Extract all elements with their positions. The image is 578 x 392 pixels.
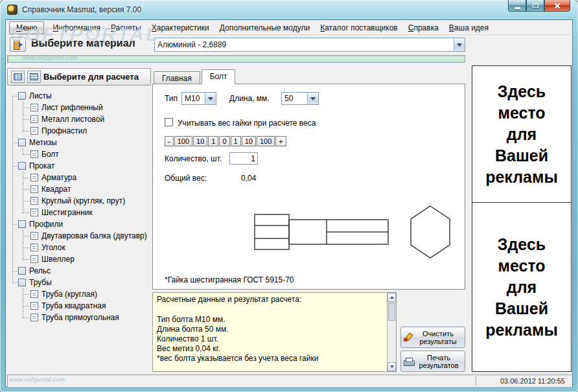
tab-strip: Главная Болт [154,69,237,84]
tree-item[interactable]: Труба (круглая) [8,288,151,300]
stepper-plus-10-button[interactable]: 10 [242,136,256,146]
chevron-down-icon [457,43,462,47]
chevron-down-icon [208,97,213,100]
tree-item-pipes[interactable]: Трубы [8,277,151,288]
quantity-input[interactable] [229,152,258,165]
stepper-zero-button[interactable]: 0 [219,136,229,146]
stepper-minus-10-button[interactable]: 10 [193,136,207,146]
tree-item-label: Двутавровая балка (двутавр) [41,231,147,240]
menu-item-your-idea[interactable]: Ваша идея [444,21,494,34]
list-icon[interactable] [27,71,41,83]
category-icon [18,220,26,228]
minimize-button[interactable] [508,0,526,12]
results-box[interactable]: Расчетные данные и результат расчета: Ти… [152,292,397,372]
tree-item[interactable]: Арматура [8,172,151,183]
tree-item-label: Металл листовой [41,115,104,124]
ad-panel: Здесь место для Вашей рекламы Здесь мест… [472,65,572,372]
document-icon [30,302,38,310]
scroll-up-button[interactable] [387,293,396,302]
category-icon [18,162,26,170]
drawing-icon[interactable] [11,71,25,83]
ad-placeholder-bottom: Здесь место для Вашей рекламы [472,203,571,371]
stepper-plus-100-button[interactable]: 100 [257,136,275,146]
menu-item-characteristics[interactable]: Характеристики [146,21,214,34]
tab-main[interactable]: Главная [154,71,200,84]
results-line: *вес болта указывается без учета веса га… [157,354,384,363]
clear-results-button[interactable]: Очистить результаты [400,327,465,348]
tree-item-label: Квадрат [41,185,71,194]
tree-item[interactable]: Металл листовой [8,113,151,125]
stepper-minus-100-button[interactable]: 100 [174,136,192,146]
menu-item-menu[interactable]: Меню [9,21,44,34]
title-bar[interactable]: Справочник Masmat, версия 7.00 [0,0,578,19]
menu-item-information[interactable]: Информация [47,21,105,34]
tree-item[interactable]: Лист рифленный [8,102,151,113]
tree-item[interactable]: Труба квадратная [8,300,151,312]
tree-item[interactable]: Уголок [8,242,151,253]
ad-line: рекламы [485,167,558,188]
tree-item-profiles[interactable]: Профили [8,218,151,230]
scrollbar-thumb[interactable] [388,303,395,321]
menu-item-calculations[interactable]: Расчеты [106,21,146,34]
print-results-button[interactable]: Печать результатов [400,351,465,372]
tab-bolt[interactable]: Болт [202,69,236,84]
tree-item-label: Трубы [29,278,52,287]
stepper-minus-1-button[interactable]: 1 [208,136,218,146]
tree-item-fasteners[interactable]: Метизы [8,137,151,148]
tree-item[interactable]: Шестигранник [8,207,151,218]
tree-item-rail[interactable]: Рельс [8,265,151,277]
bolt-tab-panel: Тип M10 Длина, мм. 50 Учитывать вес гайк… [152,84,465,290]
length-combobox-arrow[interactable] [307,93,318,104]
type-label: Тип [165,94,178,103]
clear-brush-icon [404,333,412,341]
menu-item-help[interactable]: Справка [403,21,444,34]
results-scrollbar[interactable] [387,293,396,371]
tree-item-rolled[interactable]: Прокат [8,160,151,172]
material-apply-button[interactable] [10,37,26,52]
menu-item-supplier-catalog[interactable]: Каталог поставщиков [315,21,403,34]
tree-item-bolt[interactable]: Болт [8,148,151,160]
sidebar-header: Выберите для расчета [7,68,151,86]
tree-item[interactable]: Квадрат [8,183,151,195]
tree-item[interactable]: Швеллер [8,253,151,265]
type-combobox[interactable]: M10 [181,92,216,105]
ad-line: Вашей [495,298,548,319]
tree-item[interactable]: Профнастил [8,125,151,137]
ad-line: место [498,102,545,124]
stepper-plus-button[interactable]: + [275,136,286,146]
tree-item-label: Шестигранник [41,208,93,217]
total-weight-label: Общий вес: [165,174,207,183]
nut-weight-checkbox[interactable] [165,118,173,126]
results-line: Длина болта 50 мм. [157,325,384,334]
menu-item-additional-modules[interactable]: Дополнительные модули [214,21,315,34]
type-combobox-arrow[interactable] [205,93,216,104]
ad-line: место [498,255,545,277]
ad-line: Здесь [498,81,546,102]
tree-item-label: Труба прямоугольная [41,313,119,322]
document-icon [30,174,38,181]
close-button[interactable] [544,0,570,12]
tree-item[interactable]: Труба прямоугольная [8,312,151,323]
window-controls [508,0,570,12]
tree-item[interactable]: Круглый (кругляк, прут) [8,195,151,207]
document-icon [30,150,38,158]
category-icon [18,92,26,100]
stepper-plus-1-button[interactable]: 1 [231,136,241,146]
tree-item-label: Уголок [41,243,65,252]
document-icon [30,104,38,111]
length-combobox[interactable]: 50 [281,92,319,105]
material-combobox-arrow[interactable] [454,38,465,51]
maximize-button[interactable] [526,0,544,12]
type-combobox-value: M10 [182,94,205,103]
scroll-down-button[interactable] [387,362,396,371]
tree-item-label: Болт [41,150,59,159]
arrow-down-icon [390,365,394,368]
document-icon [30,185,38,193]
tree-item-label: Труба (круглая) [41,290,97,299]
tree-item[interactable]: Двутавровая балка (двутавр) [8,230,151,242]
stepper-minus-button[interactable]: - [165,136,174,146]
tree-item-label: Профнастил [41,126,87,135]
tree-item-sheets[interactable]: Листы [8,90,151,102]
material-combobox[interactable]: Алюминий - 2,6889 [154,38,465,52]
tree-item-label: Труба квадратная [41,301,106,310]
